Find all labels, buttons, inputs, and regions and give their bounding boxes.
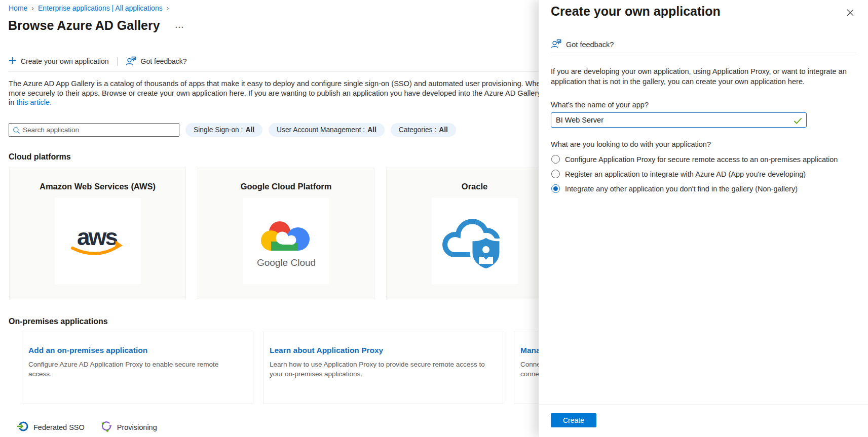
learn-about-application-proxy-title: Learn about Application Proxy — [270, 346, 503, 355]
feedback-icon — [126, 56, 136, 67]
got-feedback-button[interactable]: Got feedback? — [126, 56, 187, 67]
gallery-description-line2: more securely to their apps. Browse or c… — [9, 89, 545, 98]
panel-title: Create your own application — [551, 4, 721, 19]
gallery-description: The Azure AD App Gallery is a catalog of… — [9, 79, 545, 107]
learn-about-application-proxy-card[interactable]: Learn about Application Proxy Learn how … — [263, 332, 503, 404]
app-name-field[interactable] — [551, 112, 807, 128]
panel-got-feedback-button[interactable]: Got feedback? — [551, 38, 614, 50]
search-and-filters: Single Sign-on :All User Account Managem… — [9, 123, 456, 137]
provisioning-legend-item: Provisioning — [101, 421, 157, 433]
add-on-premises-application-description: Configure Azure AD Application Proxy to … — [28, 360, 227, 379]
aws-card[interactable]: Amazon Web Services (AWS) aws — [9, 168, 186, 299]
federated-sso-label: Federated SSO — [33, 423, 85, 431]
aws-logo: aws — [55, 198, 141, 284]
provisioning-label: Provisioning — [117, 423, 157, 431]
federated-sso-icon — [17, 421, 28, 433]
app-option-2[interactable]: Integrate any other application you don'… — [551, 184, 798, 193]
add-on-premises-application-title: Add an on-premises application — [28, 346, 253, 355]
more-options-icon[interactable]: ··· — [175, 23, 184, 31]
app-name-input[interactable] — [556, 114, 779, 126]
gallery-description-line3: in this article. — [9, 98, 545, 107]
federated-sso-legend-item: Federated SSO — [17, 421, 85, 433]
learn-about-application-proxy-description: Learn how to use Application Proxy to pr… — [270, 360, 485, 379]
app-option-0-label: Configure Application Proxy for secure r… — [565, 155, 838, 164]
svg-text:aws: aws — [77, 224, 117, 250]
cloud-platform-cards: Amazon Web Services (AWS) aws Google Clo… — [9, 168, 563, 299]
close-icon[interactable] — [846, 8, 855, 17]
toolbar-divider — [117, 57, 118, 66]
app-option-0-radio[interactable] — [551, 155, 560, 164]
plus-icon — [9, 57, 16, 66]
filter-single-sign-on[interactable]: Single Sign-on :All — [185, 123, 262, 137]
filter-categories[interactable]: Categories :All — [391, 123, 456, 137]
google-cloud-card[interactable]: Google Cloud Platform Google Cloud — [198, 168, 374, 299]
breadcrumb: Home › Enterprise applications | All app… — [9, 4, 169, 12]
oracle-card[interactable]: Oracle — [386, 168, 563, 299]
breadcrumb-chevron-icon: › — [167, 4, 169, 12]
filter-user-account-management[interactable]: User Account Management :All — [269, 123, 385, 137]
create-your-own-application-button[interactable]: Create your own application — [9, 57, 109, 66]
command-bar: Create your own application Got feedback… — [9, 55, 187, 67]
breadcrumb-home-link[interactable]: Home — [9, 4, 27, 12]
oracle-cloud-logo — [432, 198, 518, 284]
oracle-card-title: Oracle — [387, 182, 562, 191]
panel-description: If you are developing your own applicati… — [551, 67, 864, 87]
app-option-1-label: Register an application to integrate wit… — [565, 170, 806, 178]
app-option-2-radio[interactable] — [551, 184, 560, 193]
this-article-link[interactable]: this article — [16, 98, 50, 106]
google-cloud-logo: Google Cloud — [243, 198, 329, 284]
create-your-own-application-panel: Create your own application Got feedback… — [539, 0, 868, 437]
panel-got-feedback-label: Got feedback? — [566, 41, 614, 49]
feedback-icon — [551, 38, 561, 50]
svg-text:Google Cloud: Google Cloud — [256, 257, 315, 268]
breadcrumb-enterprise-applications-link[interactable]: Enterprise applications | All applicatio… — [38, 4, 163, 12]
app-option-0[interactable]: Configure Application Proxy for secure r… — [551, 155, 838, 164]
gallery-description-line1: The Azure AD App Gallery is a catalog of… — [9, 79, 545, 89]
search-box[interactable] — [9, 123, 179, 137]
on-premises-heading: On-premises applications — [9, 317, 108, 326]
panel-divider — [551, 53, 857, 53]
provisioning-icon — [101, 421, 112, 433]
capability-legend: Federated SSO Provisioning — [17, 421, 157, 433]
app-option-2-label: Integrate any other application you don'… — [565, 185, 798, 193]
breadcrumb-chevron-icon: › — [31, 4, 34, 12]
cloud-platforms-heading: Cloud platforms — [9, 152, 71, 162]
create-your-own-application-label: Create your own application — [21, 57, 109, 65]
app-name-question: What's the name of your app? — [551, 101, 649, 109]
panel-footer-divider — [539, 404, 868, 405]
valid-checkmark-icon — [794, 117, 802, 126]
search-application-input[interactable] — [23, 125, 176, 135]
aws-card-title: Amazon Web Services (AWS) — [10, 182, 185, 191]
google-cloud-card-title: Google Cloud Platform — [198, 182, 374, 191]
page-title: Browse Azure AD Gallery — [8, 18, 160, 33]
create-button[interactable]: Create — [551, 413, 596, 427]
app-action-question: What are you looking to do with your app… — [551, 140, 711, 148]
got-feedback-label: Got feedback? — [141, 57, 187, 65]
app-option-1[interactable]: Register an application to integrate wit… — [551, 170, 806, 178]
add-on-premises-application-card[interactable]: Add an on-premises application Configure… — [22, 332, 253, 404]
app-option-1-radio[interactable] — [551, 170, 560, 178]
